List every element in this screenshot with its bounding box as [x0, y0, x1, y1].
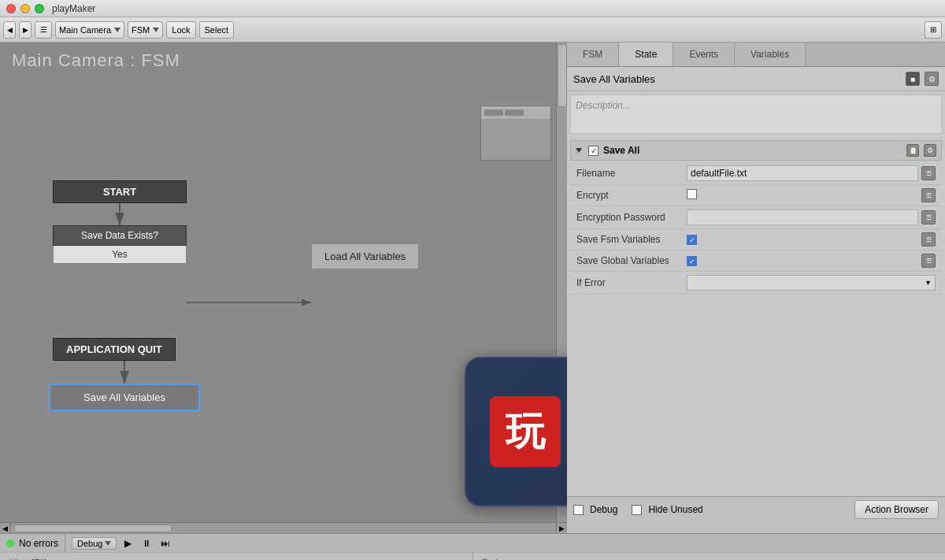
status-indicator — [6, 540, 14, 547]
back-button[interactable]: ◀ — [3, 21, 16, 39]
encrypt-menu-btn[interactable]: ☰ — [921, 188, 936, 202]
panel-title: Save All Variables — [573, 73, 901, 85]
scroll-right-btn[interactable]: ▶ — [556, 523, 567, 533]
filename-label: Filename — [576, 168, 687, 179]
scroll-thumb-v[interactable] — [558, 44, 567, 107]
scroll-left-btn[interactable]: ◀ — [0, 523, 11, 533]
save-global-row: Save Global Variables ☰ — [570, 250, 942, 272]
node-condition[interactable]: Save Data Exists? Yes — [53, 225, 187, 264]
hints-label: Hints [F1] — [9, 558, 46, 561]
window-title: playMaker — [52, 3, 95, 14]
save-fsm-menu-btn[interactable]: ☰ — [921, 232, 936, 247]
canvas-area[interactable]: Main Camera : FSM START — [0, 43, 567, 522]
forward-button[interactable]: ▶ — [19, 21, 32, 39]
minimize-button[interactable] — [20, 4, 30, 13]
window-controls[interactable] — [6, 4, 44, 13]
debug-button[interactable]: Debug — [72, 537, 117, 550]
tab-events[interactable]: Events — [673, 43, 735, 66]
encryption-pw-input[interactable] — [687, 210, 918, 225]
action-browser-button[interactable]: Action Browser — [854, 500, 939, 519]
debug-label: Debug — [590, 504, 617, 515]
hide-unused-label: Hide Unused — [648, 504, 702, 515]
encryption-pw-menu-btn[interactable]: ☰ — [921, 210, 936, 224]
encrypt-row: Encrypt ☰ — [570, 185, 942, 206]
encryption-pw-label: Encryption Password — [576, 212, 687, 223]
if-error-row: If Error ▼ — [570, 272, 942, 295]
hide-unused-checkbox[interactable] — [632, 505, 642, 515]
status-left: No errors — [0, 534, 65, 552]
save-fsm-checkbox[interactable] — [687, 235, 697, 245]
node-save-selected[interactable]: Save All Variables — [49, 384, 200, 411]
panel-header: Save All Variables ■ ⚙ — [567, 67, 945, 91]
tab-state[interactable]: State — [619, 43, 673, 66]
description-placeholder: Description... — [576, 100, 631, 111]
select-button[interactable]: Select — [199, 21, 235, 39]
node-load[interactable]: Load All Variables — [311, 243, 419, 269]
canvas-scroll-horizontal[interactable]: ◀ ▶ — [0, 522, 567, 533]
encrypt-checkbox[interactable] — [687, 189, 697, 199]
camera-label: Main Camera — [59, 25, 111, 35]
fsm-dropdown-arrow — [153, 28, 159, 32]
if-error-label: If Error — [576, 277, 687, 288]
status-bar: No errors Debug ▶ ⏸ ⏭ — [0, 533, 945, 552]
layout-button[interactable]: ⊞ — [925, 21, 942, 39]
menu-button[interactable]: ☰ — [35, 21, 52, 39]
action-label: Save All — [603, 145, 902, 156]
hints-section: Hints [F1] — [0, 553, 473, 560]
play-button[interactable]: ▶ — [120, 536, 135, 551]
action-collapse-icon[interactable] — [576, 148, 582, 153]
encryption-pw-row: Encryption Password ☰ — [570, 206, 942, 229]
scroll-thumb-h[interactable] — [14, 525, 172, 532]
filename-menu-btn[interactable]: ☰ — [921, 166, 936, 180]
logo-icon: 玩 — [490, 396, 561, 467]
hints-bar: Hints [F1] Preferences — [0, 552, 945, 560]
action-section: Save All 📋 ⚙ Filename ☰ Encrypt ☰ — [567, 137, 945, 298]
filename-value — [687, 165, 918, 181]
main-layout: Main Camera : FSM START — [0, 43, 945, 522]
encrypt-label: Encrypt — [576, 190, 687, 201]
action-gear-icon[interactable]: ⚙ — [924, 144, 936, 157]
pause-button[interactable]: ⏸ — [139, 536, 154, 551]
if-error-arrow: ▼ — [925, 279, 932, 287]
fsm-label: FSM — [132, 25, 150, 35]
node-condition-top: Save Data Exists? — [53, 225, 187, 246]
save-global-checkbox[interactable] — [687, 256, 697, 266]
lock-button[interactable]: Lock — [166, 21, 195, 39]
panel-settings-btn[interactable]: ⚙ — [925, 72, 939, 86]
filename-input[interactable] — [687, 165, 918, 181]
panel-color-btn[interactable]: ■ — [906, 72, 920, 86]
preferences-section[interactable]: Preferences — [473, 553, 946, 560]
node-start[interactable]: START — [53, 180, 187, 203]
playback-controls: Debug ▶ ⏸ ⏭ — [65, 534, 180, 552]
filename-row: Filename ☰ — [570, 162, 942, 185]
toolbar: ◀ ▶ ☰ Main Camera FSM Lock Select ⊞ — [0, 17, 945, 43]
action-browse-icon[interactable]: 📋 — [906, 144, 919, 157]
mini-preview — [480, 106, 551, 161]
if-error-dropdown[interactable]: ▼ — [687, 275, 936, 291]
camera-dropdown-arrow — [114, 28, 120, 32]
description-area[interactable]: Description... — [570, 95, 942, 134]
action-header: Save All 📋 ⚙ — [570, 140, 942, 161]
bottom-bar: Debug Hide Unused Action Browser — [567, 496, 945, 522]
preferences-label: Preferences — [483, 558, 529, 561]
title-bar: playMaker — [0, 0, 945, 17]
save-fsm-label: Save Fsm Variables — [576, 234, 687, 245]
right-panel: FSM State Events Variables Save All Vari… — [567, 43, 945, 522]
logo-overlay: 玩 playMaker visual scripting for unity — [465, 357, 567, 506]
step-button[interactable]: ⏭ — [158, 536, 173, 551]
fsm-dropdown[interactable]: FSM — [128, 21, 163, 39]
close-button[interactable] — [6, 4, 16, 13]
node-app-quit[interactable]: APPLICATION QUIT — [53, 338, 176, 361]
save-global-menu-btn[interactable]: ☰ — [921, 254, 936, 268]
tab-variables[interactable]: Variables — [735, 43, 806, 66]
action-enabled-checkbox[interactable] — [588, 146, 598, 156]
save-global-label: Save Global Variables — [576, 255, 687, 266]
tab-bar: FSM State Events Variables — [567, 43, 945, 67]
camera-dropdown[interactable]: Main Camera — [55, 21, 124, 39]
tab-fsm[interactable]: FSM — [567, 43, 619, 66]
status-text: No errors — [19, 538, 58, 549]
node-condition-bot: Yes — [53, 246, 187, 264]
maximize-button[interactable] — [35, 4, 44, 13]
debug-checkbox[interactable] — [573, 505, 584, 515]
save-fsm-row: Save Fsm Variables ☰ — [570, 229, 942, 250]
